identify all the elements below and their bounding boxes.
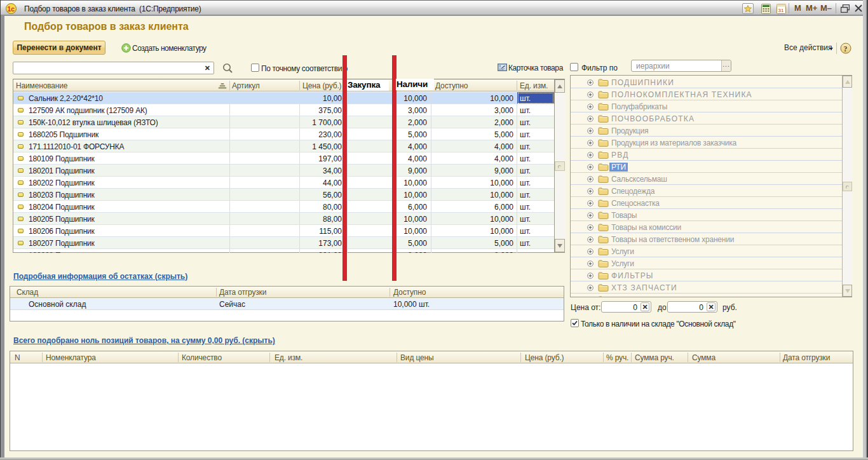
svg-text:31: 31 bbox=[778, 8, 784, 13]
svg-text:?: ? bbox=[844, 44, 848, 53]
svg-text:1с: 1с bbox=[7, 5, 15, 13]
